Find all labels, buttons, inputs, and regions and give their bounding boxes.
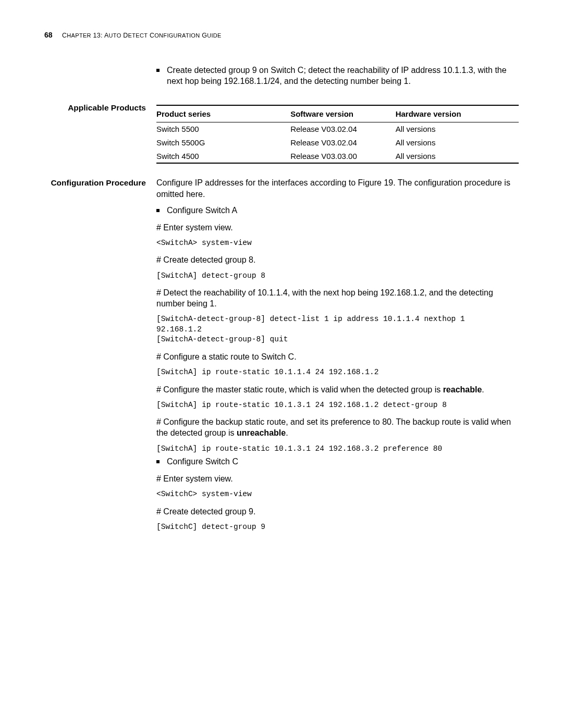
- config-body: Configure IP addresses for the interface…: [156, 177, 519, 538]
- config-intro: Configure IP addresses for the interface…: [156, 177, 519, 199]
- td: All versions: [396, 151, 519, 162]
- td: Switch 4500: [156, 151, 290, 162]
- step-text: # Detect the reachability of 10.1.1.4, w…: [156, 287, 519, 309]
- table-row: Switch 5500 Release V03.02.04 All versio…: [156, 122, 519, 136]
- table-row: Switch 4500 Release V03.03.00 All versio…: [156, 150, 519, 163]
- th-software-version: Software version: [290, 109, 396, 119]
- step-text: # Configure the backup static route, and…: [156, 416, 519, 438]
- bullet-icon: [156, 209, 160, 212]
- products-table: Product series Software version Hardware…: [156, 105, 519, 164]
- cli-block: [SwitchA-detect-group-8] detect-list 1 i…: [156, 314, 519, 345]
- th-product-series: Product series: [156, 109, 290, 119]
- bullet-item: Create detected group 9 on Switch C; det…: [156, 65, 519, 87]
- step-text: # Create detected group 9.: [156, 506, 519, 517]
- td: Release V03.03.00: [290, 151, 396, 162]
- td: Switch 5500G: [156, 138, 290, 148]
- page-header: 68 CHAPTER 13: AUTO DETECT CONFIGURATION…: [44, 30, 519, 40]
- step-text: # Create detected group 8.: [156, 254, 519, 265]
- cli-block: [SwitchA] ip route-static 10.1.1.4 24 19…: [156, 367, 519, 378]
- bullet-item: Configure Switch C: [156, 456, 519, 467]
- page: 68 CHAPTER 13: AUTO DETECT CONFIGURATION…: [0, 0, 563, 570]
- cli-block: <SwitchC> system-view: [156, 489, 519, 500]
- td: Release V03.02.04: [290, 138, 396, 148]
- td: All versions: [396, 124, 519, 134]
- chapter-title: CHAPTER 13: AUTO DETECT CONFIGURATION GU…: [62, 32, 222, 39]
- cli-block: <SwitchA> system-view: [156, 238, 519, 249]
- td: Release V03.02.04: [290, 124, 396, 134]
- cli-block: [SwitchC] detect-group 9: [156, 522, 519, 533]
- table-header-row: Product series Software version Hardware…: [156, 106, 519, 122]
- table-row: Switch 5500G Release V03.02.04 All versi…: [156, 136, 519, 150]
- td: All versions: [396, 138, 519, 148]
- step-text: # Enter system view.: [156, 473, 519, 484]
- applicable-products-label: Applicable Products: [44, 102, 146, 177]
- content-grid: Create detected group 9 on Switch C; det…: [44, 65, 519, 539]
- cli-block: [SwitchA] detect-group 8: [156, 271, 519, 281]
- step-text: # Enter system view.: [156, 222, 519, 233]
- bullet-item: Configure Switch A: [156, 205, 519, 216]
- intro-area: Create detected group 9 on Switch C; det…: [156, 65, 519, 102]
- td: Switch 5500: [156, 124, 290, 134]
- step-text: # Configure a static route to Switch C.: [156, 351, 519, 362]
- page-number: 68: [44, 31, 53, 39]
- step-text: # Configure the master static route, whi…: [156, 384, 519, 395]
- intro-bullet-text: Create detected group 9 on Switch C; det…: [167, 65, 519, 87]
- products-table-area: Product series Software version Hardware…: [156, 102, 519, 177]
- bullet-switch-a: Configure Switch A: [167, 205, 519, 216]
- bullet-icon: [156, 69, 160, 72]
- cli-block: [SwitchA] ip route-static 10.1.3.1 24 19…: [156, 400, 519, 411]
- th-hardware-version: Hardware version: [396, 109, 519, 119]
- cli-block: [SwitchA] ip route-static 10.1.3.1 24 19…: [156, 444, 519, 454]
- bullet-switch-c: Configure Switch C: [167, 456, 519, 467]
- bullet-icon: [156, 460, 160, 463]
- config-procedure-label: Configuration Procedure: [44, 177, 146, 538]
